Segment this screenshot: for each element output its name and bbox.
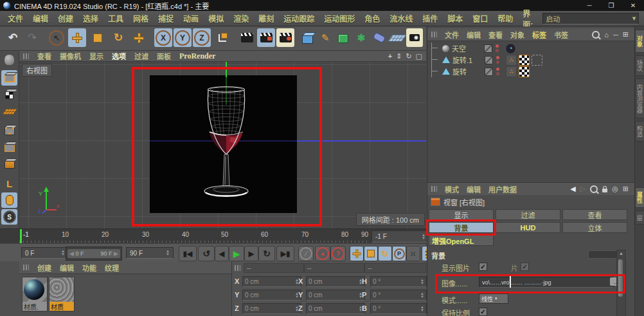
object-name[interactable]: 旋转	[452, 66, 481, 77]
visibility-dots[interactable]	[496, 44, 499, 52]
lock-z-axis-button[interactable]: Z	[193, 28, 211, 47]
view-label[interactable]: 右视图	[22, 64, 52, 77]
om-menu-objects[interactable]: 对象	[510, 30, 524, 40]
spinner-icon[interactable]: ▲▼	[61, 250, 65, 256]
key-scale-button[interactable]	[364, 246, 378, 261]
menu-tools[interactable]: 工具	[108, 13, 123, 24]
om-menu-file[interactable]: 文件	[445, 30, 459, 40]
workplane-button[interactable]	[1, 104, 17, 119]
render-picture-viewer-button[interactable]	[257, 28, 275, 47]
loop-button[interactable]: ↻	[258, 246, 275, 261]
coord-field[interactable]: 0 cm▲▼	[242, 303, 301, 314]
search-icon[interactable]	[590, 185, 598, 193]
tree-branch[interactable]	[431, 54, 441, 66]
live-selection-button[interactable]: ↖	[48, 28, 66, 47]
tab-filter[interactable]: 过滤	[496, 209, 560, 220]
end-frame-field[interactable]: -1 F▲▼	[371, 230, 429, 243]
om-menu-edit[interactable]: 编辑	[467, 30, 481, 40]
move-tool-button[interactable]	[68, 28, 86, 47]
goto-start-button[interactable]: ▮◀	[179, 246, 197, 261]
mat-menu-create[interactable]: 创建	[37, 263, 51, 273]
coord-field[interactable]: 0 cm▲▼	[306, 290, 365, 301]
object-row-lathe[interactable]: 旋转 ∴	[427, 66, 635, 77]
section-header[interactable]: 背景	[431, 250, 445, 261]
coord-field[interactable]: 0 cm▲▼	[242, 276, 301, 287]
coord-header[interactable]: --	[244, 263, 304, 273]
keep-ratio-checkbox[interactable]: ✓	[479, 308, 487, 316]
om-menu-view[interactable]: 查看	[488, 30, 503, 40]
tab-stereo[interactable]: 立体	[562, 222, 627, 233]
side-tab-layers[interactable]: 层	[635, 210, 644, 225]
previous-frame-button[interactable]: ◀	[215, 246, 229, 261]
side-tab-takes[interactable]: 场次	[635, 55, 644, 76]
menu-animate[interactable]: 动画	[183, 13, 199, 24]
vp-menu-prorender[interactable]: ProRender	[179, 51, 215, 61]
menu-render[interactable]: 渲染	[233, 13, 249, 24]
texture-mode-button[interactable]	[1, 87, 17, 102]
menu-file[interactable]: 文件	[8, 13, 23, 24]
range-slider[interactable]: ◀ 0 F 90 F ▶	[66, 246, 122, 261]
am-menu-userdata[interactable]: 用户数据	[488, 184, 517, 194]
mat-menu-function[interactable]: 功能	[82, 263, 96, 273]
next-frame-button[interactable]: ▶	[244, 246, 258, 261]
play-button[interactable]: ▶	[229, 246, 244, 261]
spinner-icon[interactable]: ▲▼	[422, 234, 425, 240]
home-icon[interactable]: ⌂	[604, 31, 609, 39]
menu-snap[interactable]: 捕捉	[158, 13, 174, 24]
make-editable-button[interactable]	[1, 52, 17, 68]
visibility-dots[interactable]	[496, 68, 499, 75]
toggle-view-icon[interactable]: ▢	[416, 52, 422, 60]
om-menu-bookmarks[interactable]: 书签	[554, 30, 568, 40]
record-disabled-button[interactable]: ⁄	[298, 246, 314, 261]
history-forward-icon[interactable]: ▷	[580, 185, 586, 193]
key-rotation-button[interactable]: ↻	[378, 246, 392, 261]
side-tab-structure[interactable]: 构造	[635, 121, 644, 142]
pan-view-icon[interactable]: +	[388, 52, 392, 60]
play-backward-button[interactable]: ↺	[198, 246, 215, 261]
menu-character[interactable]: 角色	[364, 13, 380, 24]
selection-tag[interactable]	[532, 55, 542, 66]
interface-dropdown[interactable]: 启动 ▾	[542, 13, 639, 24]
vp-menu-options[interactable]: 选项	[112, 51, 126, 61]
autokey-button[interactable]: ?	[330, 246, 346, 261]
am-menu-edit[interactable]: 编辑	[467, 184, 481, 194]
menu-select[interactable]: 选择	[83, 13, 98, 24]
key-parameter-button[interactable]: P	[392, 246, 406, 261]
edges-mode-button[interactable]	[1, 140, 17, 155]
mode-dropdown[interactable]: 线性 ▾	[479, 293, 508, 304]
menu-pipeline[interactable]: 流水线	[389, 13, 413, 24]
coordinate-system-button[interactable]	[213, 28, 231, 47]
subdivision-surface-button[interactable]	[334, 28, 352, 47]
coord-header[interactable]: --	[364, 263, 426, 273]
tweak-mode-button[interactable]	[1, 192, 17, 208]
snap-toggle-button[interactable]: S	[1, 209, 17, 225]
axis-mode-button[interactable]: L	[1, 176, 17, 191]
lock-x-axis-button[interactable]: X	[154, 28, 172, 47]
coord-header[interactable]: --	[304, 263, 364, 273]
search-icon[interactable]	[592, 31, 600, 39]
menu-create[interactable]: 创建	[58, 13, 73, 24]
object-name[interactable]: 旋转.1	[452, 55, 481, 65]
panel-handle-icon[interactable]	[23, 265, 29, 270]
menu-motion-tracker[interactable]: 运动跟踪	[283, 13, 314, 24]
phong-tag[interactable]: ∴	[506, 66, 517, 77]
vp-menu-panel[interactable]: 面板	[157, 51, 171, 61]
side-tab-objects[interactable]: 对象	[635, 30, 644, 53]
zoom-view-icon[interactable]: ⇕	[396, 52, 402, 60]
model-mode-button[interactable]	[1, 70, 17, 86]
lock-y-axis-button[interactable]: Y	[174, 28, 192, 47]
object-name[interactable]: 天空	[452, 43, 480, 53]
menu-plugins[interactable]: 插件	[422, 13, 438, 24]
key-pla-button[interactable]: ⁙	[406, 246, 420, 261]
tree-branch[interactable]	[431, 66, 441, 77]
side-tab-content-browser[interactable]: 内容浏览器	[635, 79, 644, 118]
layer-toggle[interactable]	[485, 68, 493, 76]
am-menu-mode[interactable]: 模式	[445, 184, 459, 194]
lock-icon[interactable]	[602, 189, 607, 192]
minimize-panel-icon[interactable]: ─	[613, 31, 618, 39]
float-panel-icon[interactable]: ⊞	[623, 185, 629, 193]
history-back-icon[interactable]: ◀	[570, 185, 575, 193]
layer-toggle[interactable]	[485, 56, 493, 64]
menu-window[interactable]: 窗口	[472, 13, 488, 24]
record-keyframe-button[interactable]: ●	[315, 246, 330, 261]
